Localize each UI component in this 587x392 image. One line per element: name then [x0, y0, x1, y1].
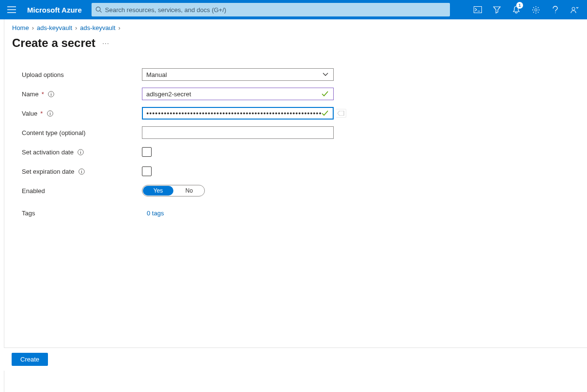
brand-label: Microsoft Azure [23, 6, 92, 14]
info-icon[interactable] [48, 90, 55, 97]
expiration-date-label: Set expiration date [22, 168, 142, 175]
check-icon [322, 91, 329, 97]
footer: Create [4, 347, 587, 371]
cloud-shell-button[interactable] [468, 0, 487, 19]
check-icon [322, 110, 329, 116]
create-button[interactable]: Create [12, 353, 48, 366]
hamburger-icon [7, 6, 16, 13]
global-search-input[interactable] [105, 6, 446, 14]
breadcrumb-sep: › [75, 24, 77, 31]
breadcrumb: Home › ads-keyvault › ads-keyvault › [12, 19, 579, 34]
page-title-row: Create a secret ··· [12, 34, 579, 65]
clear-input-button[interactable] [336, 109, 346, 118]
create-secret-form: Upload options Manual Name * [12, 65, 579, 222]
breadcrumb-sep: › [32, 24, 34, 31]
svg-point-3 [572, 7, 575, 10]
name-input-wrapper [142, 88, 334, 100]
more-actions-button[interactable]: ··· [102, 39, 109, 47]
value-label: Value * [22, 110, 142, 117]
info-icon[interactable] [78, 168, 85, 175]
required-mark: * [42, 90, 44, 98]
settings-button[interactable] [526, 0, 545, 19]
expiration-date-checkbox[interactable] [142, 166, 152, 176]
search-icon [95, 6, 102, 13]
cloud-shell-icon [474, 6, 482, 13]
content-type-input[interactable] [146, 129, 329, 136]
feedback-icon [570, 6, 579, 14]
notification-badge: 1 [516, 2, 523, 9]
enabled-toggle[interactable]: Yes No [142, 185, 205, 196]
activation-date-checkbox[interactable] [142, 147, 152, 157]
svg-point-2 [535, 9, 537, 11]
feedback-button[interactable] [565, 0, 584, 19]
directory-filter-button[interactable] [487, 0, 507, 19]
help-icon [553, 6, 558, 14]
upload-options-value: Manual [146, 71, 167, 78]
name-input[interactable] [146, 90, 322, 98]
gear-icon [532, 6, 540, 14]
upload-options-select[interactable]: Manual [142, 68, 334, 81]
breadcrumb-keyvault-1[interactable]: ads-keyvault [37, 24, 72, 31]
content-type-input-wrapper [142, 126, 334, 139]
content-type-label: Content type (optional) [22, 129, 142, 136]
tags-label: Tags [22, 210, 142, 217]
help-button[interactable] [545, 0, 565, 19]
page-content: Home › ads-keyvault › ads-keyvault › Cre… [4, 19, 587, 392]
value-input[interactable]: ●●●●●●●●●●●●●●●●●●●●●●●●●●●●●●●●●●●●●●●●… [146, 111, 322, 116]
page-title: Create a secret [12, 36, 95, 50]
enabled-yes[interactable]: Yes [143, 186, 173, 196]
upload-options-label: Upload options [22, 71, 142, 78]
svg-point-0 [96, 7, 100, 11]
hamburger-menu[interactable] [0, 0, 23, 19]
filter-icon [493, 6, 501, 14]
tags-link[interactable]: 0 tags [142, 210, 164, 217]
chevron-down-icon [322, 73, 329, 76]
topbar: Microsoft Azure 1 [0, 0, 587, 19]
activation-date-label: Set activation date [22, 149, 142, 156]
info-icon[interactable] [77, 149, 84, 155]
enabled-label: Enabled [22, 187, 142, 195]
svg-rect-1 [474, 7, 481, 13]
breadcrumb-home[interactable]: Home [12, 24, 29, 31]
backspace-icon [338, 111, 344, 116]
breadcrumb-sep: › [118, 24, 120, 31]
notifications-button[interactable]: 1 [507, 0, 526, 19]
name-label: Name * [22, 90, 142, 98]
topbar-actions: 1 [468, 0, 584, 19]
enabled-no[interactable]: No [174, 185, 204, 196]
info-icon[interactable] [46, 110, 53, 117]
value-input-wrapper: ●●●●●●●●●●●●●●●●●●●●●●●●●●●●●●●●●●●●●●●●… [142, 107, 334, 120]
breadcrumb-keyvault-2[interactable]: ads-keyvault [80, 24, 115, 31]
global-search[interactable] [92, 3, 450, 16]
required-mark: * [40, 110, 43, 117]
